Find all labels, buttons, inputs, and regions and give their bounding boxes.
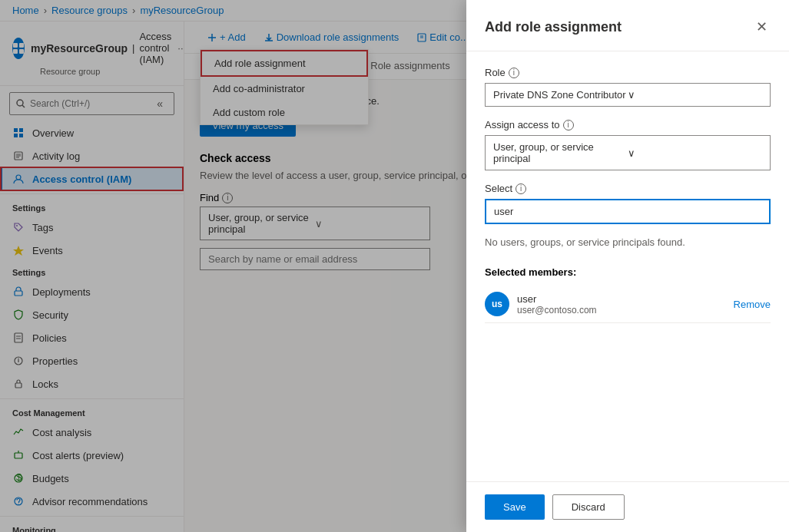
assign-access-info-icon[interactable]: i (563, 120, 574, 131)
assign-access-chevron: ∨ (628, 147, 762, 159)
role-info-icon[interactable]: i (509, 68, 519, 78)
panel-header: Add role assignment ✕ (466, 0, 789, 51)
role-dropdown-chevron: ∨ (628, 89, 762, 101)
panel-title: Add role assignment (485, 19, 622, 35)
member-name: user (517, 293, 726, 305)
add-role-assignment-panel: Add role assignment ✕ Role i Private DNS… (466, 0, 789, 532)
select-info-icon[interactable]: i (516, 183, 526, 194)
discard-button[interactable]: Discard (552, 494, 625, 520)
no-results-text: No users, groups, or service principals … (485, 236, 771, 248)
save-button[interactable]: Save (485, 494, 545, 520)
panel-body: Role i Private DNS Zone Contributor ∨ As… (466, 51, 789, 481)
assign-access-label: Assign access to i (485, 119, 771, 131)
member-info: user user@contoso.com (517, 293, 726, 316)
panel-footer: Save Discard (466, 481, 789, 532)
selected-members-label: Selected members: (485, 266, 771, 278)
close-panel-button[interactable]: ✕ (753, 15, 771, 38)
member-email: user@contoso.com (517, 305, 726, 316)
select-input[interactable] (485, 199, 771, 224)
select-field-label: Select i (485, 183, 771, 194)
member-item: us user user@contoso.com Remove (485, 286, 771, 323)
role-dropdown[interactable]: Private DNS Zone Contributor ∨ (485, 83, 771, 107)
assign-access-dropdown[interactable]: User, group, or service principal ∨ (485, 135, 771, 170)
selected-members-section: Selected members: us user user@contoso.c… (485, 266, 771, 323)
member-avatar: us (485, 292, 509, 316)
remove-member-link[interactable]: Remove (734, 299, 771, 310)
role-field-label: Role i (485, 67, 771, 78)
